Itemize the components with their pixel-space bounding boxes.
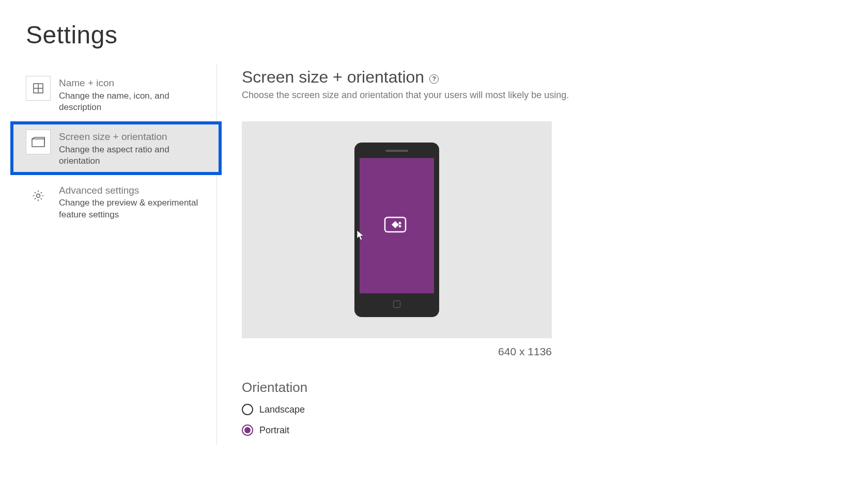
phone-home-button — [393, 301, 400, 308]
sidebar-item-label: Screen size + orientation — [59, 131, 208, 144]
sidebar-item-desc: Change the preview & experimental featur… — [59, 197, 208, 220]
page-title: Settings — [26, 21, 868, 49]
sidebar-item-screen-size[interactable]: Screen size + orientation Change the asp… — [10, 121, 222, 175]
sidebar-item-desc: Change the name, icon, and description — [59, 90, 208, 113]
sidebar-item-label: Name + icon — [59, 77, 208, 90]
svg-point-5 — [37, 194, 40, 197]
radio-checked-icon — [242, 424, 253, 436]
sidebar-item-desc: Change the aspect ratio and orientation — [59, 144, 208, 167]
phone-speaker — [385, 150, 408, 152]
radio-unchecked-icon — [242, 404, 253, 415]
radio-label: Portrait — [259, 425, 289, 436]
orientation-portrait-radio[interactable]: Portrait — [242, 424, 868, 436]
main-panel: Screen size + orientation ? Choose the s… — [217, 64, 868, 445]
section-title: Screen size + orientation — [242, 68, 424, 87]
phone-screen — [360, 158, 434, 293]
phone-mockup — [354, 143, 439, 317]
orientation-landscape-radio[interactable]: Landscape — [242, 404, 868, 415]
svg-rect-3 — [32, 139, 44, 147]
sidebar-item-label: Advanced settings — [59, 184, 208, 197]
radio-label: Landscape — [259, 404, 305, 415]
settings-sidebar: Name + icon Change the name, icon, and d… — [26, 64, 217, 445]
help-icon[interactable]: ? — [429, 74, 439, 84]
screen-preview — [242, 121, 552, 338]
gear-icon — [26, 183, 51, 208]
orientation-radio-group: Landscape Portrait — [242, 404, 868, 436]
aspect-ratio-icon — [26, 130, 51, 154]
grid-icon — [26, 76, 51, 101]
powerapps-logo-icon — [384, 215, 410, 236]
orientation-heading: Orientation — [242, 380, 868, 396]
sidebar-item-name-icon[interactable]: Name + icon Change the name, icon, and d… — [10, 68, 216, 121]
screen-dimensions: 640 x 1136 — [242, 345, 552, 358]
sidebar-item-advanced[interactable]: Advanced settings Change the preview & e… — [10, 175, 216, 229]
section-description: Choose the screen size and orientation t… — [242, 90, 868, 101]
